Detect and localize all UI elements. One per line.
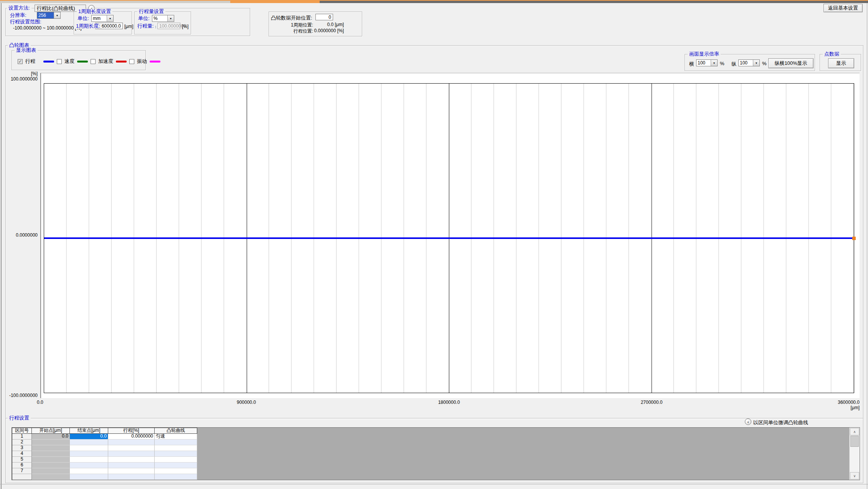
row-number[interactable] (12, 474, 32, 480)
vertical-zoom-value: 100 (739, 60, 753, 66)
cycle-unit-label: 单位: (76, 16, 91, 21)
data-point-marker[interactable] (852, 237, 856, 240)
cycle-length-group-title: 1周期长度设置 (77, 9, 112, 14)
stroke-cell[interactable] (108, 457, 155, 463)
window-right-border (867, 3, 867, 489)
vibration-checkbox[interactable]: ✓ (129, 59, 134, 64)
accel-checkbox[interactable]: ✓ (91, 59, 96, 64)
stroke-color-swatch (43, 61, 54, 63)
end-point-cell[interactable] (70, 457, 108, 463)
speed-checkbox[interactable]: ✓ (57, 59, 62, 64)
header-section-no: 区间号 (12, 428, 32, 434)
stroke-cell[interactable] (108, 468, 155, 474)
vibration-color-swatch (150, 61, 160, 63)
stroke-cell[interactable] (108, 474, 155, 480)
start-point-cell[interactable] (32, 468, 70, 474)
point-data-group-title: 点数据 (823, 51, 841, 57)
row-number[interactable]: 5 (12, 457, 32, 463)
row-number[interactable]: 2 (12, 440, 32, 445)
start-point-cell[interactable] (32, 451, 70, 457)
end-point-cell[interactable] (70, 463, 108, 468)
start-point-cell[interactable]: 0.0 (32, 434, 70, 440)
table-row: 3 (12, 445, 197, 451)
vertical-zoom-combo[interactable]: 100 ▼ (738, 59, 760, 66)
point-data-show-button[interactable]: 显示 (828, 58, 854, 68)
start-point-cell[interactable] (32, 440, 70, 445)
fit-100-button[interactable]: 纵横100%显示 (768, 58, 814, 68)
x-tick-4: 3600000.0 (821, 400, 860, 405)
stroke-amount-group-title: 行程量设置 (137, 9, 165, 14)
y-tick-zero: 0.0000000 (4, 232, 38, 238)
horizontal-zoom-combo[interactable]: 100 ▼ (696, 59, 718, 66)
cam-start-label: 凸轮数据开始位置: (271, 15, 312, 21)
accel-checkbox-label: 加速度 (98, 58, 113, 65)
resolution-value: 256 (37, 12, 54, 18)
accel-color-swatch (116, 61, 127, 63)
end-point-cell-selected[interactable]: 0.0 (70, 434, 108, 440)
cycle-length-unit: [μm] (124, 24, 134, 29)
cam-curve-cell[interactable] (155, 451, 197, 457)
table-vertical-scrollbar[interactable]: ∧ ∨ (849, 428, 860, 480)
stroke-cell[interactable]: 0.0000000 (108, 434, 155, 440)
header-stroke: 行程[%] (108, 428, 155, 434)
x-axis-unit: [μm] (821, 405, 860, 410)
row-number[interactable]: 6 (12, 463, 32, 468)
horizontal-zoom-label: 横 (689, 61, 694, 68)
stroke-cell[interactable] (108, 463, 155, 468)
chart-canvas[interactable] (40, 73, 860, 398)
top-window-strip-orange (230, 0, 320, 3)
fine-tune-label[interactable]: 以区间单位微调凸轮曲线 (753, 419, 808, 426)
amount-unit-combo[interactable]: % ▼ (152, 15, 174, 22)
dropdown-arrow-icon[interactable]: ▼ (107, 15, 113, 21)
dropdown-arrow-icon[interactable]: ▼ (167, 15, 174, 21)
zoom-rate-group-title: 画面显示倍率 (688, 51, 721, 57)
end-point-cell[interactable] (70, 440, 108, 445)
resolution-combo[interactable]: 256 ▼ (37, 12, 61, 19)
cam-curve-cell[interactable] (155, 474, 197, 480)
cam-curve-cell[interactable]: 匀速 (155, 434, 197, 440)
chart-plot-area[interactable] (44, 83, 854, 393)
cam-curve-cell[interactable] (155, 440, 197, 445)
amount-value-field: 100.0000000 (157, 23, 180, 29)
start-point-cell[interactable] (32, 474, 70, 480)
start-point-cell[interactable] (32, 463, 70, 468)
end-point-cell[interactable] (70, 474, 108, 480)
resolution-label: 分辨率: (8, 13, 28, 18)
cam-start-field[interactable]: 0 (315, 14, 333, 20)
dropdown-arrow-icon[interactable]: ▼ (753, 60, 759, 66)
cam-curve-cell[interactable] (155, 468, 197, 474)
scrollbar-thumb[interactable] (850, 436, 859, 447)
end-point-cell[interactable] (70, 451, 108, 457)
vertical-zoom-label: 纵 (731, 61, 736, 68)
stroke-cell[interactable] (108, 445, 155, 451)
row-number[interactable]: 7 (12, 468, 32, 474)
cam-curve-cell[interactable] (155, 457, 197, 463)
display-chart-items: ✓ 行程 ✓ 速度 ✓ 加速度 ✓ 振动 (18, 58, 160, 65)
cam-curve-cell[interactable] (155, 445, 197, 451)
stroke-cell[interactable] (108, 440, 155, 445)
return-basic-settings-button[interactable]: 返回基本设置 (823, 4, 863, 12)
scroll-up-button[interactable]: ∧ (850, 428, 859, 435)
row-number[interactable]: 1 (12, 434, 32, 440)
cam-curve-cell[interactable] (155, 463, 197, 468)
start-point-cell[interactable] (32, 457, 70, 463)
table-row: 7 (12, 468, 197, 474)
stroke-cell[interactable] (108, 451, 155, 457)
table-header-row: 区间号 开始点[μm] 结束点[μm] 行程[%] 凸轮曲线 (12, 428, 197, 434)
header-cam-curve: 凸轮曲线 (155, 428, 197, 434)
row-number[interactable]: 4 (12, 451, 32, 457)
dropdown-arrow-icon[interactable]: ▼ (54, 12, 60, 18)
scroll-down-button[interactable]: ∨ (850, 472, 859, 479)
dropdown-arrow-icon[interactable]: ▼ (711, 60, 717, 66)
window-bottom-divider (0, 484, 868, 484)
fine-tune-expand-button[interactable]: ‹ (745, 418, 751, 425)
stroke-range-label: 行程设置范围: (8, 19, 43, 25)
start-point-cell[interactable] (32, 445, 70, 451)
cycle-unit-combo[interactable]: mm ▼ (91, 15, 114, 22)
stroke-checkbox[interactable]: ✓ (18, 59, 23, 64)
table-row: 2 (12, 440, 197, 445)
stroke-settings-group-title: 行程设置 (8, 415, 31, 421)
row-number[interactable]: 3 (12, 445, 32, 451)
end-point-cell[interactable] (70, 445, 108, 451)
end-point-cell[interactable] (70, 468, 108, 474)
